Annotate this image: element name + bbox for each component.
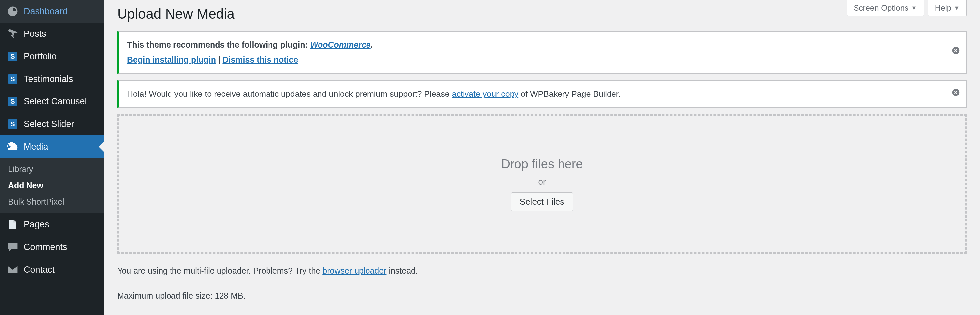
upload-dropzone[interactable]: Drop files here or Select Files xyxy=(117,114,967,254)
sidebar-item-dashboard[interactable]: Dashboard xyxy=(0,0,104,22)
screen-options-tab[interactable]: Screen Options ▼ xyxy=(847,0,924,16)
sidebar-item-contact[interactable]: Contact xyxy=(0,258,104,281)
admin-sidebar: Dashboard Posts S Portfolio S Testimonia… xyxy=(0,0,104,315)
notice-plugin-recommend: This theme recommends the following plug… xyxy=(117,31,967,74)
s-icon: S xyxy=(6,50,19,62)
notice-suffix: . xyxy=(371,40,373,50)
chevron-down-icon: ▼ xyxy=(911,5,917,11)
sidebar-item-label: Portfolio xyxy=(24,51,57,62)
sidebar-item-media[interactable]: Media xyxy=(0,135,104,158)
sidebar-item-pages[interactable]: Pages xyxy=(0,213,104,236)
page-icon xyxy=(6,219,19,230)
activate-copy-link[interactable]: activate your copy xyxy=(452,89,519,99)
close-icon[interactable] xyxy=(951,45,961,60)
dropzone-or: or xyxy=(538,177,546,187)
s-icon: S xyxy=(6,73,19,85)
notice-text: This theme recommends the following plug… xyxy=(127,40,310,50)
help-label: Help xyxy=(935,3,951,13)
chevron-down-icon: ▼ xyxy=(954,5,960,11)
sidebar-item-select-slider[interactable]: S Select Slider xyxy=(0,113,104,135)
sidebar-item-label: Posts xyxy=(24,29,46,39)
dismiss-notice-link[interactable]: Dismiss this notice xyxy=(223,55,298,64)
max-upload-size: Maximum upload file size: 128 MB. xyxy=(117,288,967,304)
s-icon: S xyxy=(6,96,19,107)
sidebar-item-portfolio[interactable]: S Portfolio xyxy=(0,45,104,68)
notice-text: Hola! Would you like to receive automati… xyxy=(127,89,452,99)
s-icon: S xyxy=(6,118,19,130)
sidebar-item-label: Testimonials xyxy=(24,74,73,84)
footnote-text: You are using the multi-file uploader. P… xyxy=(117,266,323,275)
uploader-footnote: You are using the multi-file uploader. P… xyxy=(117,263,967,279)
footnote-text: instead. xyxy=(387,266,418,275)
submenu-item-add-new[interactable]: Add New xyxy=(0,177,104,193)
sidebar-item-label: Select Carousel xyxy=(24,96,87,107)
page-title: Upload New Media xyxy=(117,6,967,22)
separator: | xyxy=(216,55,223,64)
close-icon[interactable] xyxy=(951,86,961,101)
notice-wpbakery: Hola! Would you like to receive automati… xyxy=(117,80,967,108)
sidebar-item-label: Media xyxy=(24,142,48,152)
sidebar-submenu-media: Library Add New Bulk ShortPixel xyxy=(0,158,104,213)
mail-icon xyxy=(6,264,19,275)
select-files-button[interactable]: Select Files xyxy=(511,192,573,211)
begin-install-link[interactable]: Begin installing plugin xyxy=(127,55,216,64)
pin-icon xyxy=(6,28,19,40)
sidebar-item-label: Contact xyxy=(24,265,55,275)
sidebar-item-label: Select Slider xyxy=(24,119,74,130)
sidebar-item-comments[interactable]: Comments xyxy=(0,236,104,258)
sidebar-item-testimonials[interactable]: S Testimonials xyxy=(0,68,104,90)
notice-text: of WPBakery Page Builder. xyxy=(519,89,620,99)
sidebar-item-label: Dashboard xyxy=(24,6,68,17)
sidebar-item-label: Comments xyxy=(24,242,67,252)
main-content: Screen Options ▼ Help ▼ Upload New Media… xyxy=(104,0,980,315)
screen-options-label: Screen Options xyxy=(854,3,908,13)
browser-uploader-link[interactable]: browser uploader xyxy=(323,266,387,275)
sidebar-item-posts[interactable]: Posts xyxy=(0,22,104,45)
sidebar-item-select-carousel[interactable]: S Select Carousel xyxy=(0,90,104,113)
screen-meta-tabs: Screen Options ▼ Help ▼ xyxy=(847,0,967,16)
comment-icon xyxy=(6,241,19,253)
submenu-item-bulk-shortpixel[interactable]: Bulk ShortPixel xyxy=(0,193,104,210)
help-tab[interactable]: Help ▼ xyxy=(928,0,967,16)
sidebar-item-label: Pages xyxy=(24,219,49,230)
dropzone-title: Drop files here xyxy=(501,157,583,171)
plugin-link-woocommerce[interactable]: WooCommerce xyxy=(310,40,371,50)
dashboard-icon xyxy=(6,5,19,17)
media-icon xyxy=(6,141,19,152)
submenu-item-library[interactable]: Library xyxy=(0,161,104,177)
